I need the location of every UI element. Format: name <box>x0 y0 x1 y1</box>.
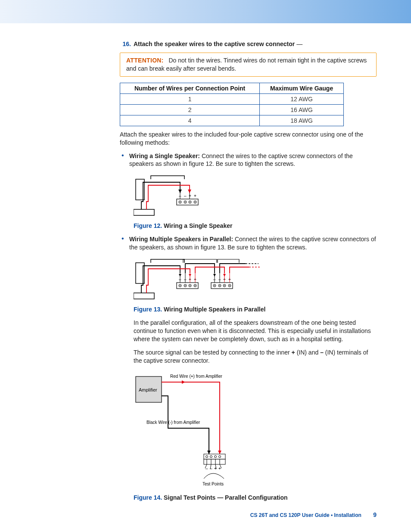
svg-marker-38 <box>179 274 181 277</box>
svg-marker-58 <box>223 274 226 277</box>
svg-point-42 <box>214 285 215 286</box>
page-number: 9 <box>373 511 377 518</box>
svg-marker-65 <box>182 380 185 384</box>
svg-point-10 <box>190 202 190 202</box>
td-wires: 4 <box>120 115 260 126</box>
td-gauge: 16 AWG <box>260 104 344 115</box>
attention-label: ATTENTION: <box>126 57 164 64</box>
fig-number: Figure 12. <box>134 222 162 229</box>
page-footer: CS 26T and CS 120P User Guide • Installa… <box>250 511 377 518</box>
svg-point-48 <box>229 285 230 286</box>
svg-text:+: + <box>194 193 196 198</box>
td-wires: 1 <box>120 93 260 104</box>
p2a: The source signal can be tested by conne… <box>134 349 292 356</box>
step-dash: — <box>295 40 302 47</box>
svg-text:Black Wire (-) from Amplifier: Black Wire (-) from Amplifier <box>146 420 200 425</box>
figure-14-area: Amplifier Red Wire (+) from Amplifier Bl… <box>134 370 377 491</box>
step-16: 16. Attach the speaker wires to the capt… <box>120 40 377 47</box>
figure-12-caption: Figure 12. Wiring a Single Speaker <box>134 222 377 229</box>
svg-point-29 <box>195 285 196 286</box>
svg-marker-3 <box>188 190 191 193</box>
svg-marker-2 <box>178 190 182 193</box>
step-title: Attach the speaker wires to the captive … <box>134 40 295 47</box>
td-gauge: 18 AWG <box>260 115 344 126</box>
bullet-single-speaker: Wiring a Single Speaker: Connect the wir… <box>120 152 377 168</box>
parallel-note-paragraph: In the parallel configuration, all of th… <box>134 319 377 343</box>
figure-12-area: – – + + <box>134 171 377 219</box>
td-wires: 2 <box>120 104 260 115</box>
th-gauge: Maximum Wire Gauge <box>260 83 344 93</box>
svg-point-12 <box>195 202 196 202</box>
svg-point-44 <box>219 285 220 286</box>
intro-paragraph: Attach the speaker wires to the included… <box>120 131 377 147</box>
p2b: (IN) and <box>295 349 320 356</box>
footer-text: CS 26T and CS 120P User Guide • Installa… <box>250 512 361 518</box>
figure-14-diagram: Amplifier Red Wire (+) from Amplifier Bl… <box>134 370 258 491</box>
figure-13-caption: Figure 13. Wiring Multiple Speakers in P… <box>134 306 377 313</box>
figure-13-diagram: – – + + – – + + <box>134 255 263 302</box>
step-body: Attach the speaker wires to the captive … <box>134 40 377 47</box>
attention-box: ATTENTION: Do not tin the wires. Tinned … <box>120 53 377 77</box>
table-row: 4 18 AWG <box>120 115 344 126</box>
bullet-list: Wiring a Single Speaker: Connect the wir… <box>120 152 377 168</box>
svg-text:+: + <box>189 193 191 198</box>
bullet-lead: Wiring a Single Speaker: <box>129 152 200 159</box>
fig-title: Signal Test Points — Parallel Configurat… <box>162 494 287 501</box>
table-header-row: Number of Wires per Connection Point Max… <box>120 83 344 93</box>
bullet-lead: Wiring Multiple Speakers in Parallel: <box>129 236 233 243</box>
header-gradient-bar <box>0 0 411 23</box>
figure-13-area: – – + + – – + + <box>134 255 377 302</box>
svg-point-46 <box>224 285 225 286</box>
svg-point-23 <box>180 285 181 286</box>
svg-rect-0 <box>134 209 154 215</box>
svg-point-27 <box>190 285 190 286</box>
test-signal-paragraph: The source signal can be tested by conne… <box>134 348 377 365</box>
page-content: 16. Attach the speaker wires to the capt… <box>0 23 411 520</box>
fig-number: Figure 13. <box>134 306 162 313</box>
svg-marker-39 <box>189 274 191 277</box>
bullet-list-2: Wiring Multiple Speakers in Parallel: Co… <box>120 235 377 252</box>
svg-rect-19 <box>134 293 154 299</box>
wire-gauge-table: Number of Wires per Connection Point Max… <box>120 83 344 126</box>
plus-symbol: + <box>292 349 295 356</box>
fig-number: Figure 14. <box>134 494 162 501</box>
svg-text:–: – <box>184 193 187 198</box>
th-wires: Number of Wires per Connection Point <box>120 83 260 93</box>
figure-12-diagram: – – + + <box>134 171 211 219</box>
fig-title: Wiring Multiple Speakers in Parallel <box>162 306 265 313</box>
minus-symbol: – <box>320 349 324 356</box>
header-left-accent <box>0 0 16 27</box>
svg-text:Red Wire (+) from Amplifier: Red Wire (+) from Amplifier <box>170 374 223 379</box>
table-row: 1 12 AWG <box>120 93 344 104</box>
step-number: 16. <box>120 40 131 47</box>
svg-marker-57 <box>213 274 216 277</box>
td-gauge: 12 AWG <box>260 93 344 104</box>
svg-text:Amplifier: Amplifier <box>139 387 157 392</box>
svg-point-6 <box>180 202 181 202</box>
fig-title: Wiring a Single Speaker <box>162 222 232 229</box>
figure-14-caption: Figure 14. Signal Test Points — Parallel… <box>134 494 377 501</box>
svg-text:Test Points: Test Points <box>202 482 224 486</box>
svg-point-25 <box>185 285 186 286</box>
bullet-parallel: Wiring Multiple Speakers in Parallel: Co… <box>120 235 377 252</box>
svg-point-8 <box>185 202 186 202</box>
table-row: 2 16 AWG <box>120 104 344 115</box>
